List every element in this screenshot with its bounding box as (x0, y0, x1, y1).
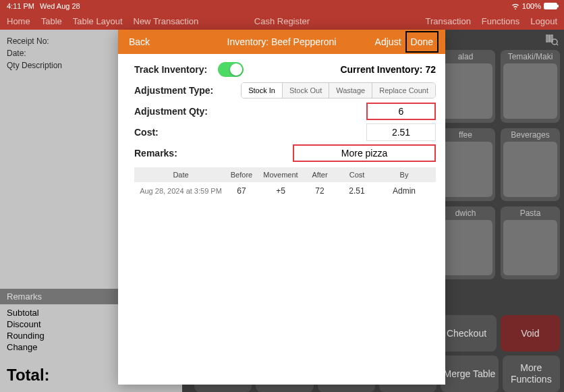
menu-functions[interactable]: Functions (482, 16, 519, 26)
col-header-after: After (303, 171, 337, 179)
menu-table[interactable]: Table (41, 16, 62, 26)
modal-title: Inventory: Beef Pepperoni (227, 36, 337, 47)
done-button[interactable]: Done (405, 31, 439, 53)
segment-wastage[interactable]: Wastage (329, 83, 372, 98)
col-header-date: Date (137, 171, 225, 179)
cost-input[interactable]: 2.51 (366, 123, 436, 141)
menu-transaction[interactable]: Transaction (425, 16, 470, 26)
back-button[interactable]: Back (125, 34, 154, 50)
adjustment-qty-input[interactable]: 6 (366, 103, 436, 120)
segment-stock-out[interactable]: Stock Out (283, 83, 329, 98)
status-date: Wed Aug 28 (40, 2, 80, 10)
status-bar: 4:11 PM Wed Aug 28 100% (0, 0, 564, 12)
cell-after: 72 (303, 186, 337, 196)
cell-movement: +5 (258, 186, 303, 196)
track-inventory-label: Track Inventory: (134, 64, 207, 75)
menu-home[interactable]: Home (7, 16, 30, 26)
cell-cost: 2.51 (337, 186, 377, 196)
cell-date: Aug 28, 2024 at 3:59 PM (137, 187, 225, 195)
battery-icon (544, 3, 557, 9)
status-time: 4:11 PM (7, 2, 34, 10)
adjust-button[interactable]: Adjust (371, 34, 405, 50)
menu-title: Cash Register (254, 16, 310, 26)
col-header-cost: Cost (337, 171, 377, 179)
wifi-icon (511, 3, 519, 9)
table-row: Aug 28, 2024 at 3:59 PM 67 +5 72 2.51 Ad… (134, 182, 436, 200)
menu-new-transaction[interactable]: New Transaction (134, 16, 199, 26)
track-inventory-toggle[interactable] (218, 62, 244, 77)
cell-before: 67 (225, 186, 258, 196)
history-table: Date Before Movement After Cost By Aug 2… (134, 167, 436, 200)
remarks-input[interactable]: More pizza (293, 144, 436, 162)
col-header-before: Before (225, 171, 258, 179)
adjustment-type-label: Adjustment Type: (134, 85, 213, 96)
cost-label: Cost: (134, 127, 159, 138)
cell-by: Admin (377, 186, 431, 196)
menu-logout[interactable]: Logout (530, 16, 557, 26)
menu-table-layout[interactable]: Table Layout (73, 16, 123, 26)
remarks-label: Remarks: (134, 148, 177, 159)
segment-replace-count[interactable]: Replace Count (372, 83, 435, 98)
segment-stock-in[interactable]: Stock In (242, 83, 283, 98)
inventory-modal: Back Inventory: Beef Pepperoni Adjust Do… (118, 30, 445, 385)
menu-bar: Home Table Table Layout New Transaction … (0, 12, 564, 30)
col-header-movement: Movement (258, 171, 303, 179)
current-inventory-value: Current Inventory: 72 (340, 64, 436, 75)
adjustment-qty-label: Adjustment Qty: (134, 106, 208, 117)
adjustment-type-segmented: Stock In Stock Out Wastage Replace Count (241, 82, 436, 99)
col-header-by: By (377, 171, 431, 179)
battery-pct: 100% (522, 2, 541, 10)
